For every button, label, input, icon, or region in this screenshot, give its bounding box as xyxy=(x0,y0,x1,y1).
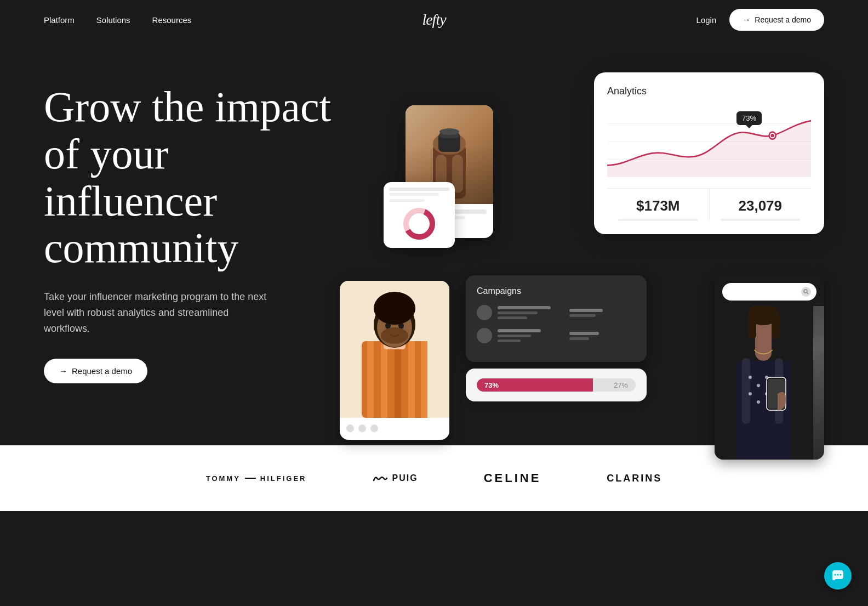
brand-tommy-hilfiger: TOMMY HILFIGER xyxy=(206,474,307,483)
campaign-bar-b3 xyxy=(498,335,531,337)
nav-demo-label: Request a demo xyxy=(755,15,811,24)
svg-point-54 xyxy=(840,574,842,576)
brand-celine: CELINE xyxy=(484,471,541,485)
man-card-icon-2 xyxy=(358,424,366,432)
campaign-bar-a4 xyxy=(569,332,599,335)
progress-fill: 73% xyxy=(477,378,593,392)
brand-clarins: CLARINS xyxy=(607,473,662,484)
nav-right: Login → Request a demo xyxy=(696,9,824,31)
campaign-bar-c1 xyxy=(498,316,527,319)
svg-point-50 xyxy=(374,292,415,325)
search-icon xyxy=(801,287,811,297)
stat-count-bar xyxy=(721,219,801,221)
post-card xyxy=(384,182,455,248)
celine-label: CELINE xyxy=(484,471,541,485)
campaign-bar-b2 xyxy=(569,314,596,317)
svg-rect-19 xyxy=(742,358,750,424)
hero-title: Grow the impact of your influencer commu… xyxy=(44,83,351,271)
analytics-stats: $173M 23,079 xyxy=(607,188,811,221)
campaign-avatar-2 xyxy=(477,328,492,343)
svg-point-14 xyxy=(410,215,428,233)
campaign-bar-b4 xyxy=(569,337,589,340)
campaign-bar-a3 xyxy=(498,329,541,332)
svg-point-26 xyxy=(757,400,760,404)
campaign-row-2 xyxy=(477,328,636,343)
svg-rect-40 xyxy=(381,341,387,418)
search-card xyxy=(715,275,824,460)
campaign-bars-1 xyxy=(498,306,564,319)
man-card-icon-3 xyxy=(370,424,378,432)
svg-rect-42 xyxy=(408,341,415,418)
svg-point-21 xyxy=(749,376,752,379)
progress-label-left: 73% xyxy=(484,381,499,389)
campaign-row-1 xyxy=(477,305,636,320)
stat-count: 23,079 xyxy=(709,189,812,221)
chart-tooltip: 73% xyxy=(736,111,762,125)
analytics-card: Analytics 73% xyxy=(594,72,824,234)
campaign-bar-b1 xyxy=(498,312,538,314)
hero-demo-button[interactable]: → Request a demo xyxy=(44,359,147,383)
puig-label: PUIG xyxy=(392,473,418,483)
svg-rect-31 xyxy=(748,312,756,339)
campaigns-title: Campaigns xyxy=(477,286,636,296)
nav-solutions[interactable]: Solutions xyxy=(96,15,130,25)
nav-demo-arrow: → xyxy=(743,15,750,24)
svg-rect-39 xyxy=(367,341,374,418)
svg-rect-43 xyxy=(421,341,427,418)
svg-point-15 xyxy=(804,290,807,293)
hero-demo-label: Request a demo xyxy=(72,366,132,376)
search-bar[interactable] xyxy=(722,283,816,301)
hero-content: Grow the impact of your influencer commu… xyxy=(44,72,351,383)
campaign-bars-2 xyxy=(498,329,564,342)
campaigns-card: Campaigns xyxy=(466,275,647,362)
svg-rect-32 xyxy=(772,312,780,339)
stat-revenue: $173M xyxy=(607,189,709,221)
site-logo[interactable]: lefty xyxy=(422,11,446,29)
nav-demo-button[interactable]: → Request a demo xyxy=(729,9,824,31)
campaign-avatar-1 xyxy=(477,305,492,320)
man-card-icons xyxy=(340,420,449,437)
login-button[interactable]: Login xyxy=(696,15,717,25)
hero-section: Grow the impact of your influencer commu… xyxy=(0,39,868,445)
svg-point-22 xyxy=(757,384,760,387)
hero-demo-arrow: → xyxy=(59,366,67,376)
stat-revenue-value: $173M xyxy=(607,197,709,214)
svg-point-25 xyxy=(749,392,752,395)
chat-bubble[interactable] xyxy=(824,562,852,590)
svg-point-52 xyxy=(835,574,836,576)
svg-point-49 xyxy=(381,327,408,344)
svg-rect-41 xyxy=(395,341,401,418)
navigation: Platform Solutions Resources lefty Login… xyxy=(0,0,868,39)
campaign-bar-a2 xyxy=(569,309,603,312)
svg-line-16 xyxy=(807,293,809,294)
progress-card: 73% 27% xyxy=(466,369,647,401)
nav-left: Platform Solutions Resources xyxy=(44,15,191,25)
post-bar-1 xyxy=(389,188,449,191)
svg-point-53 xyxy=(837,574,839,576)
post-bar-3 xyxy=(389,199,425,202)
clarins-label: CLARINS xyxy=(607,473,662,484)
tommy-divider xyxy=(245,478,256,479)
tommy-text-1: TOMMY xyxy=(206,474,241,483)
stat-revenue-bar xyxy=(618,219,698,221)
campaign-bar-a1 xyxy=(498,306,551,309)
svg-point-11 xyxy=(771,134,774,138)
campaign-bars-extra-2 xyxy=(569,332,636,340)
hero-ui-cards: Analytics 73% xyxy=(373,72,824,445)
man-card xyxy=(340,281,449,440)
stat-count-value: 23,079 xyxy=(710,197,812,214)
svg-point-4 xyxy=(439,128,459,135)
donut-chart xyxy=(402,206,437,241)
post-bar-2 xyxy=(389,193,439,196)
analytics-title: Analytics xyxy=(607,86,811,97)
brand-puig: PUIG xyxy=(373,473,418,484)
progress-label-right: 27% xyxy=(614,381,628,389)
man-card-icon-1 xyxy=(346,424,354,432)
analytics-chart: 73% xyxy=(607,106,811,177)
nav-resources[interactable]: Resources xyxy=(152,15,192,25)
hero-subtitle: Take your influencer marketing program t… xyxy=(44,289,274,336)
nav-platform[interactable]: Platform xyxy=(44,15,75,25)
tommy-text-2: HILFIGER xyxy=(260,474,307,483)
influencer-photo xyxy=(715,306,824,460)
campaign-bars-extra-1 xyxy=(569,309,636,317)
